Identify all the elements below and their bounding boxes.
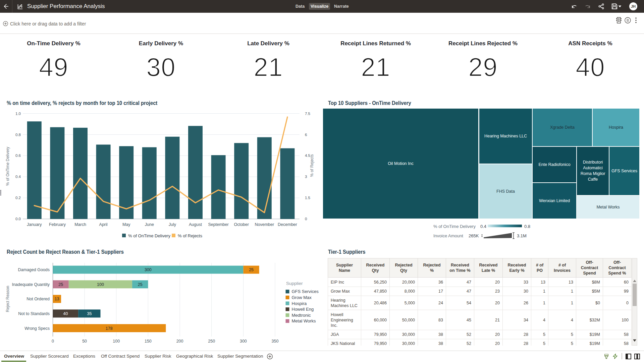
svg-text:Wrong Specs: Wrong Specs xyxy=(24,326,50,331)
svg-text:March: March xyxy=(74,222,86,227)
svg-text:Not Ordered: Not Ordered xyxy=(26,297,50,301)
svg-text:250: 250 xyxy=(208,339,215,344)
svg-text:0: 0 xyxy=(52,339,54,344)
svg-text:0.4: 0.4 xyxy=(480,224,486,229)
svg-text:200: 200 xyxy=(176,339,183,344)
svg-text:Not to Standards: Not to Standards xyxy=(18,311,50,316)
svg-text:% of OnTime Delivery: % of OnTime Delivery xyxy=(128,233,170,238)
svg-text:Reject Reason: Reject Reason xyxy=(5,286,10,312)
svg-text:40: 40 xyxy=(63,311,68,316)
svg-text:October: October xyxy=(234,222,249,227)
svg-text:25: 25 xyxy=(138,282,143,287)
svg-text:1.0: 1.0 xyxy=(15,112,21,116)
svg-text:3.1M: 3.1M xyxy=(517,233,527,238)
svg-text:September: September xyxy=(208,222,229,227)
svg-text:6: 6 xyxy=(305,133,307,137)
svg-text:Supplier: Supplier xyxy=(286,281,303,286)
svg-text:July: July xyxy=(169,222,176,227)
svg-text:November: November xyxy=(255,222,274,227)
svg-text:% of OnTime Delivery: % of OnTime Delivery xyxy=(433,224,476,229)
svg-text:178: 178 xyxy=(106,326,113,331)
svg-text:3: 3 xyxy=(305,175,307,179)
svg-text:Invoice Amount: Invoice Amount xyxy=(433,233,463,238)
svg-text:December: December xyxy=(278,222,297,227)
svg-text:7.5: 7.5 xyxy=(305,112,310,116)
svg-text:25: 25 xyxy=(249,267,254,272)
svg-text:25: 25 xyxy=(58,282,63,287)
svg-text:% of Rejects: % of Rejects xyxy=(310,154,314,177)
svg-text:0.0: 0.0 xyxy=(15,217,21,221)
svg-text:100: 100 xyxy=(97,282,104,287)
svg-text:Grow Max: Grow Max xyxy=(292,295,312,300)
svg-text:% of OnTime Delivery: % of OnTime Delivery xyxy=(5,147,10,186)
svg-text:Medtronic: Medtronic xyxy=(292,313,311,318)
svg-text:Metal Works: Metal Works xyxy=(292,318,316,323)
svg-text:0.8: 0.8 xyxy=(524,224,530,229)
svg-text:0: 0 xyxy=(305,217,307,221)
svg-text:35: 35 xyxy=(87,311,92,316)
svg-text:50: 50 xyxy=(82,339,87,344)
svg-text:Inadequate Quantity: Inadequate Quantity xyxy=(12,282,50,287)
svg-text:300: 300 xyxy=(145,267,152,272)
svg-text:0.6: 0.6 xyxy=(15,154,21,158)
svg-text:June: June xyxy=(145,222,154,227)
svg-text:May: May xyxy=(122,222,130,227)
svg-text:April: April xyxy=(99,222,108,227)
svg-text:Howell Eng: Howell Eng xyxy=(292,307,314,312)
svg-text:1.5: 1.5 xyxy=(305,196,310,200)
svg-text:GFS Services: GFS Services xyxy=(292,289,319,294)
svg-text:January: January xyxy=(27,222,42,227)
svg-text:265K: 265K xyxy=(469,233,479,238)
svg-text:300: 300 xyxy=(240,339,247,344)
svg-text:0.8: 0.8 xyxy=(15,133,21,137)
svg-text:August: August xyxy=(189,222,202,227)
svg-text:13: 13 xyxy=(55,297,59,301)
svg-text:Damaged Goods: Damaged Goods xyxy=(18,267,50,272)
svg-text:0.2: 0.2 xyxy=(15,196,21,200)
svg-text:February: February xyxy=(49,222,66,227)
svg-text:0.4: 0.4 xyxy=(15,175,21,179)
svg-text:100: 100 xyxy=(113,339,120,344)
svg-text:350: 350 xyxy=(272,339,279,344)
svg-text:Hospira: Hospira xyxy=(292,301,307,306)
svg-text:150: 150 xyxy=(145,339,152,344)
svg-text:% of Rejects: % of Rejects xyxy=(178,233,202,238)
